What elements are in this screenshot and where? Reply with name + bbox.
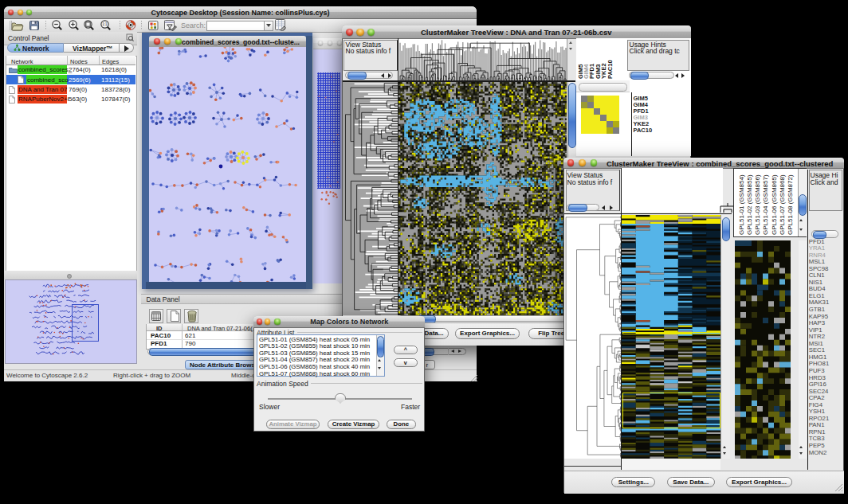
svg-text:GPL51-08 (GSM872): GPL51-08 (GSM872) (787, 174, 794, 235)
svg-text:GPL51-02 (GSM855): GPL51-02 (GSM855) (746, 174, 753, 235)
svg-text:GPL51-04 (GSM857): GPL51-04 (GSM857) (762, 174, 769, 235)
svg-text:GPL51-01 (GSM854): GPL51-01 (GSM854) (738, 174, 745, 235)
svg-text:PAC10: PAC10 (606, 61, 613, 80)
svg-text:GPL51-03 (GSM856): GPL51-03 (GSM856) (754, 174, 761, 235)
svg-text:1:1: 1:1 (102, 22, 108, 26)
svg-text:GPL51-06 (GSM865): GPL51-06 (GSM865) (771, 174, 778, 235)
svg-text:GPL51-07 (GSM868): GPL51-07 (GSM868) (779, 174, 786, 235)
